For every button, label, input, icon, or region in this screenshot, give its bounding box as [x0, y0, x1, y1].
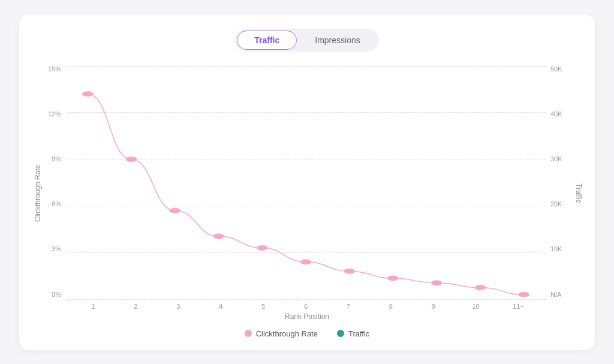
y-tick-right: 30K: [546, 156, 572, 163]
y-tick-right: 50K: [546, 66, 572, 73]
y-axis-right-label: Traffic: [572, 66, 583, 321]
y-tick-right: 40K: [546, 111, 572, 118]
y-tick-left: 0%: [42, 291, 66, 298]
x-label: 11+: [497, 303, 540, 310]
x-axis-title: Rank Position: [42, 312, 572, 321]
impressions-tab[interactable]: Impressions: [298, 31, 377, 50]
x-label: 1: [72, 303, 115, 310]
x-label: 2: [115, 303, 157, 310]
legend-traffic: Traffic: [337, 329, 369, 338]
y-tick-left: 9%: [42, 156, 66, 163]
chart-area: Clickthrough Rate 0%3%6%9%12%15%: [31, 66, 583, 321]
y-ticks-right: N/A10K20K30K40K50K: [546, 66, 572, 299]
legend-ctr: Clickthrough Rate: [245, 329, 318, 338]
x-label: 10: [455, 303, 497, 310]
y-ticks-left: 0%3%6%9%12%15%: [42, 66, 66, 299]
y-tick-right: 20K: [546, 201, 572, 207]
x-label: 3: [157, 303, 200, 310]
x-label: 4: [200, 303, 242, 310]
x-label: 8: [369, 303, 412, 310]
x-label: 7: [327, 303, 369, 310]
y-axis-left-label: Clickthrough Rate: [31, 66, 42, 321]
legend: Clickthrough Rate Traffic: [245, 329, 370, 338]
x-axis: 1234567891011+: [42, 303, 572, 310]
traffic-tab[interactable]: Traffic: [237, 31, 297, 50]
grid-line: [66, 299, 546, 300]
legend-ctr-label: Clickthrough Rate: [256, 329, 318, 338]
legend-ctr-dot: [245, 330, 252, 337]
toggle-group: Traffic Impressions: [235, 29, 378, 52]
legend-traffic-dot: [337, 330, 344, 337]
x-label: 5: [242, 303, 285, 310]
y-tick-left: 6%: [42, 201, 66, 207]
legend-traffic-label: Traffic: [348, 329, 369, 338]
y-tick-left: 3%: [42, 246, 66, 252]
y-tick-right: 10K: [546, 246, 572, 252]
x-label: 6: [285, 303, 327, 310]
y-tick-left: 12%: [42, 111, 66, 118]
x-label: 9: [412, 303, 455, 310]
y-tick-left: 15%: [42, 66, 66, 73]
chart-container: Traffic Impressions Clickthrough Rate 0%…: [19, 14, 595, 350]
y-tick-right: N/A: [546, 291, 572, 298]
